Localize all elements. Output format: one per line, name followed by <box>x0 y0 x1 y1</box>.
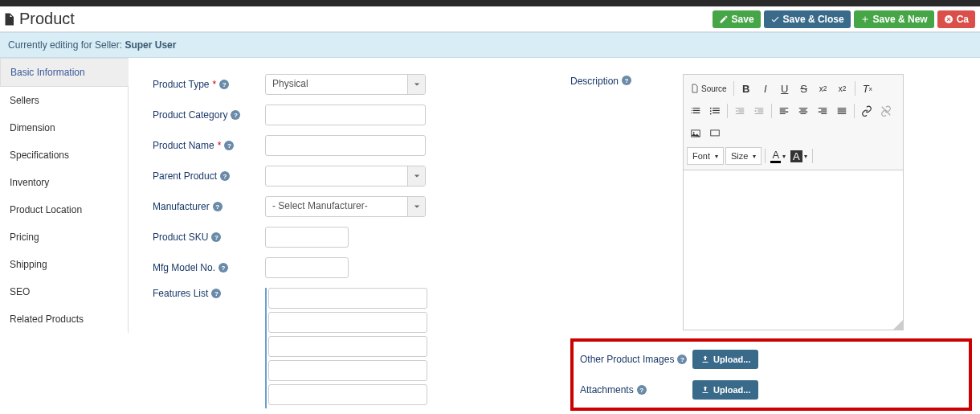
align-left-icon <box>778 105 790 117</box>
help-icon[interactable]: ? <box>677 355 687 364</box>
unordered-list-button[interactable] <box>706 102 724 120</box>
sidebar: Basic Information Sellers Dimension Spec… <box>0 58 129 414</box>
help-icon[interactable]: ? <box>211 289 221 298</box>
tab-pricing[interactable]: Pricing <box>0 223 129 251</box>
help-icon[interactable]: ? <box>219 80 229 89</box>
manufacturer-label: Manufacturer? <box>153 201 265 212</box>
cancel-button[interactable]: Ca <box>937 10 975 28</box>
other-images-upload-button[interactable]: Upload... <box>692 350 758 369</box>
product-sku-input[interactable] <box>265 227 349 248</box>
align-right-icon <box>817 105 828 117</box>
editor-body[interactable] <box>683 170 904 330</box>
parent-product-label: Parent Product? <box>153 170 265 182</box>
ordered-list-button[interactable] <box>687 102 704 120</box>
parent-product-select[interactable] <box>265 166 426 187</box>
svg-point-4 <box>693 132 695 133</box>
preview-button[interactable] <box>706 125 724 142</box>
help-icon[interactable]: ? <box>224 141 234 150</box>
upload-icon <box>700 355 710 364</box>
link-button[interactable] <box>858 102 876 120</box>
font-dropdown[interactable]: Font▾ <box>687 147 724 165</box>
feature-input[interactable] <box>268 312 427 333</box>
tab-dimension[interactable]: Dimension <box>0 114 129 141</box>
help-icon[interactable]: ? <box>231 110 240 120</box>
justify-button[interactable] <box>833 102 851 120</box>
help-icon[interactable]: ? <box>218 263 228 273</box>
tab-related-products[interactable]: Related Products <box>0 305 129 333</box>
outdent-icon <box>734 105 745 117</box>
image-button[interactable] <box>687 125 704 142</box>
align-right-button[interactable] <box>814 102 831 120</box>
product-type-select[interactable]: Physical <box>265 74 426 95</box>
rich-editor: Source B I U S x2 x2 Tx <box>683 74 904 330</box>
product-name-input[interactable] <box>265 135 426 156</box>
align-center-button[interactable] <box>794 102 812 120</box>
text-color-button[interactable]: A▾ <box>769 147 787 165</box>
tab-seo[interactable]: SEO <box>0 278 129 305</box>
indent-button[interactable] <box>750 102 768 120</box>
page-title: Product <box>19 10 75 28</box>
feature-input[interactable] <box>268 288 427 309</box>
strike-button[interactable]: S <box>795 80 813 97</box>
resize-handle[interactable] <box>893 320 903 330</box>
upload-section-highlight: Other Product Images? Upload... Attachme… <box>570 338 972 411</box>
features-label: Features List? <box>153 288 265 299</box>
save-new-button[interactable]: Save & New <box>854 10 934 28</box>
tab-basic-information[interactable]: Basic Information <box>0 58 129 87</box>
manufacturer-select[interactable]: - Select Manufacturer- <box>265 196 426 217</box>
italic-button[interactable]: I <box>757 80 774 97</box>
main-content: Product Type*? Physical Product Category… <box>129 58 980 414</box>
size-dropdown[interactable]: Size▾ <box>725 147 762 165</box>
cancel-icon <box>944 14 953 24</box>
save-button[interactable]: Save <box>713 10 761 28</box>
help-icon[interactable]: ? <box>637 385 647 395</box>
outdent-button[interactable] <box>731 102 749 120</box>
chevron-down-icon <box>414 81 420 88</box>
tab-specifications[interactable]: Specifications <box>0 141 129 169</box>
feature-input[interactable] <box>268 360 427 381</box>
unlink-icon <box>880 105 892 117</box>
chevron-down-icon <box>414 203 420 210</box>
page-header: Product Save Save & Close Save & New Ca <box>0 6 980 32</box>
list-ol-icon <box>690 105 701 117</box>
align-center-icon <box>798 105 809 117</box>
upload-icon <box>700 385 710 395</box>
help-icon[interactable]: ? <box>220 171 230 181</box>
features-list <box>265 288 427 408</box>
action-buttons: Save Save & Close Save & New Ca <box>713 10 975 28</box>
mfg-model-label: Mfg Model No.? <box>153 262 265 273</box>
feature-input[interactable] <box>268 384 427 405</box>
unlink-button[interactable] <box>877 102 895 120</box>
tab-product-location[interactable]: Product Location <box>0 196 129 223</box>
help-icon[interactable]: ? <box>211 232 221 242</box>
align-left-button[interactable] <box>775 102 793 120</box>
svg-point-0 <box>710 108 712 109</box>
superscript-button[interactable]: x2 <box>834 80 851 97</box>
link-icon <box>861 105 872 117</box>
product-category-label: Product Category? <box>153 109 265 121</box>
product-category-input[interactable] <box>265 105 426 125</box>
attachments-upload-button[interactable]: Upload... <box>692 380 758 400</box>
tab-inventory[interactable]: Inventory <box>0 169 129 196</box>
attachments-label: Attachments? <box>580 384 692 396</box>
bold-button[interactable]: B <box>737 80 755 97</box>
help-icon[interactable]: ? <box>622 76 631 85</box>
remove-format-button[interactable]: Tx <box>859 80 876 97</box>
mfg-model-input[interactable] <box>265 257 349 278</box>
feature-input[interactable] <box>268 336 427 357</box>
tab-sellers[interactable]: Sellers <box>0 87 129 114</box>
plus-icon <box>860 14 870 24</box>
save-close-button[interactable]: Save & Close <box>764 10 851 28</box>
subscript-button[interactable]: x2 <box>815 80 832 97</box>
screen-icon <box>709 128 721 139</box>
image-icon <box>690 128 701 139</box>
product-name-label: Product Name*? <box>153 140 265 151</box>
source-button[interactable]: Source <box>687 82 730 95</box>
chevron-down-icon <box>414 173 420 179</box>
window-topbar <box>0 0 980 6</box>
tab-shipping[interactable]: Shipping <box>0 251 129 278</box>
help-icon[interactable]: ? <box>213 202 223 211</box>
indent-icon <box>753 105 765 117</box>
bg-color-button[interactable]: A▾ <box>789 149 809 164</box>
underline-button[interactable]: U <box>776 80 794 97</box>
